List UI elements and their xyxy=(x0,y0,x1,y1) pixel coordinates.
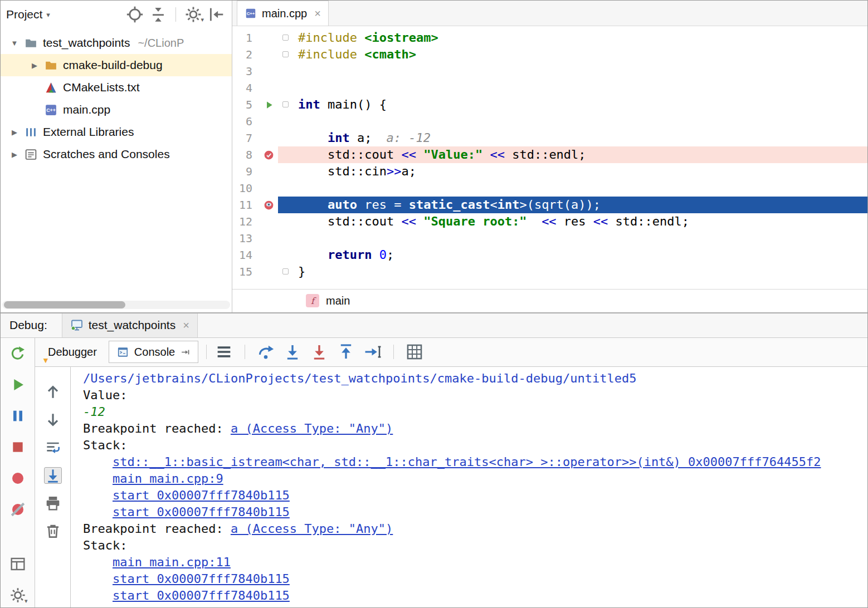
gutter-cell xyxy=(259,197,278,213)
console-link[interactable]: a (Access Type: "Any") xyxy=(231,421,393,435)
console-link[interactable]: main main.cpp:11 xyxy=(113,555,231,569)
settings-gear-icon[interactable]: ▾ xyxy=(184,6,203,23)
tree-item-test-watchpoints[interactable]: ▼test_watchpoints~/CLionP xyxy=(1,32,232,54)
settings-gear-icon[interactable]: ▾ xyxy=(9,586,27,604)
debug-session-tab[interactable]: test_watchpoints × xyxy=(62,313,198,337)
locate-icon[interactable] xyxy=(125,6,144,23)
mute-breakpoints-icon[interactable] xyxy=(9,501,27,518)
code-text[interactable]: std::cin>>a; xyxy=(295,163,416,180)
console-line: main main.cpp:11 xyxy=(83,554,867,571)
step-out-icon[interactable] xyxy=(337,344,355,360)
watchpoint-icon[interactable] xyxy=(263,199,275,211)
chevron-expanded-icon[interactable]: ▼ xyxy=(5,39,24,47)
code-text[interactable]: #include <cmath> xyxy=(295,46,416,63)
pin-icon[interactable] xyxy=(180,347,191,357)
code-text[interactable]: std::cout << "Square root:" << res << st… xyxy=(295,213,689,230)
run-to-cursor-icon[interactable] xyxy=(363,344,382,360)
cpp-file-icon: C++ xyxy=(245,7,257,19)
console-line: Stack: xyxy=(83,537,867,554)
toolbar-separator xyxy=(175,7,176,22)
tab-console[interactable]: Console xyxy=(109,341,198,363)
debug-session-title: test_watchpoints xyxy=(89,318,175,332)
code-text[interactable] xyxy=(295,113,298,130)
soft-wrap-icon[interactable] xyxy=(44,439,62,456)
close-icon[interactable]: × xyxy=(314,7,321,20)
code-text[interactable] xyxy=(295,63,298,80)
svg-text:C++: C++ xyxy=(46,107,56,113)
console-line: Value: xyxy=(83,387,867,404)
project-hscrollbar[interactable] xyxy=(2,301,230,309)
restore-layout-icon[interactable] xyxy=(9,555,27,573)
code-text[interactable]: return 0; xyxy=(295,247,394,263)
tab-debugger[interactable]: ▼ Debugger xyxy=(41,341,104,363)
console-text xyxy=(83,455,113,469)
console-output[interactable]: /Users/jetbrains/CLionProjects/test_watc… xyxy=(71,367,867,607)
console-link[interactable]: main main.cpp:9 xyxy=(113,472,223,486)
console-link[interactable]: start 0x00007fff7840b115 xyxy=(113,572,290,586)
gutter-cell xyxy=(259,130,278,146)
project-panel: Project ▾ ▾ ▼test_watchpoints~/CLionP▶cm… xyxy=(1,1,232,312)
down-stack-icon[interactable] xyxy=(44,411,62,428)
scroll-end-icon[interactable] xyxy=(44,467,62,484)
step-over-icon[interactable] xyxy=(256,344,275,360)
chevron-collapsed-icon[interactable]: ▶ xyxy=(5,150,24,159)
code-text[interactable]: std::cout << "Value:" << std::endl; xyxy=(295,146,586,163)
hide-panel-icon[interactable] xyxy=(207,6,226,23)
stop-icon[interactable] xyxy=(9,438,27,456)
fold-marker-icon[interactable] xyxy=(282,268,289,274)
fold-marker-icon[interactable] xyxy=(282,51,289,57)
resume-icon[interactable] xyxy=(9,376,27,394)
collapse-all-icon[interactable] xyxy=(149,6,168,23)
code-text[interactable]: #include <iostream> xyxy=(295,30,438,46)
code-line-body: std::cout << "Value:" << std::endl; xyxy=(278,146,867,163)
tree-item-scratches-and-consoles[interactable]: ▶Scratches and Consoles xyxy=(1,143,232,165)
fold-marker-icon[interactable] xyxy=(282,35,289,41)
breadcrumb-function[interactable]: main xyxy=(326,295,350,307)
chevron-collapsed-icon[interactable]: ▶ xyxy=(5,128,24,136)
pause-icon[interactable] xyxy=(9,407,27,425)
rerun-icon[interactable] xyxy=(9,345,27,362)
fold-column xyxy=(278,30,295,46)
step-into-icon[interactable] xyxy=(283,344,302,360)
tree-item-cmake-build-debug[interactable]: ▶cmake-build-debug xyxy=(1,54,232,76)
console-link[interactable]: start 0x00007fff7840b115 xyxy=(113,505,290,519)
code-text[interactable] xyxy=(295,230,298,247)
print-icon[interactable] xyxy=(44,495,62,512)
evaluate-icon[interactable] xyxy=(405,344,424,360)
scrollbar-thumb[interactable] xyxy=(4,301,125,308)
chevron-collapsed-icon[interactable]: ▶ xyxy=(25,61,44,70)
code-text[interactable]: auto res = static_cast<int>(sqrt(a)); xyxy=(295,197,601,213)
code-text[interactable] xyxy=(295,80,298,96)
run-icon[interactable] xyxy=(263,99,275,111)
line-number: 8 xyxy=(232,146,259,163)
tab-main-cpp[interactable]: C++ main.cpp × xyxy=(237,1,329,26)
view-breakpoints-icon[interactable] xyxy=(9,469,27,487)
tree-item-cmakelists-txt[interactable]: CMakeLists.txt xyxy=(1,76,232,99)
console-link[interactable]: start 0x00007fff7840b115 xyxy=(113,589,290,602)
console-link[interactable]: std::__1::basic_istream<char, std::__1::… xyxy=(113,455,821,469)
fold-column xyxy=(278,213,295,230)
code-area[interactable]: 1#include <iostream>2#include <cmath>345… xyxy=(232,26,867,289)
code-line-body xyxy=(278,230,867,247)
gutter-cell xyxy=(259,96,278,113)
up-stack-icon[interactable] xyxy=(44,384,62,400)
fold-marker-icon[interactable] xyxy=(282,101,289,107)
project-panel-title[interactable]: Project xyxy=(6,8,42,21)
code-text[interactable]: int a;a: -12 xyxy=(295,130,431,146)
console-toolbar xyxy=(35,367,71,607)
tree-item-main-cpp[interactable]: C++main.cpp xyxy=(1,99,232,121)
clear-icon[interactable] xyxy=(44,523,62,540)
project-toolbar: Project ▾ ▾ xyxy=(1,1,232,28)
breakpoint-icon[interactable] xyxy=(263,149,275,161)
view-options-icon[interactable] xyxy=(214,344,233,360)
console-link[interactable]: start 0x00007fff7840b115 xyxy=(113,488,290,502)
tree-item-external-libraries[interactable]: ▶External Libraries xyxy=(1,121,232,143)
close-icon[interactable]: × xyxy=(183,319,189,332)
chevron-down-icon[interactable]: ▾ xyxy=(46,11,50,19)
code-line: 12 std::cout << "Square root:" << res <<… xyxy=(232,213,867,230)
code-text[interactable] xyxy=(295,180,298,197)
console-link[interactable]: a (Access Type: "Any") xyxy=(231,522,393,536)
code-text[interactable]: int main() { xyxy=(295,96,387,113)
force-step-into-icon[interactable] xyxy=(310,344,329,360)
code-text[interactable]: } xyxy=(295,263,305,280)
